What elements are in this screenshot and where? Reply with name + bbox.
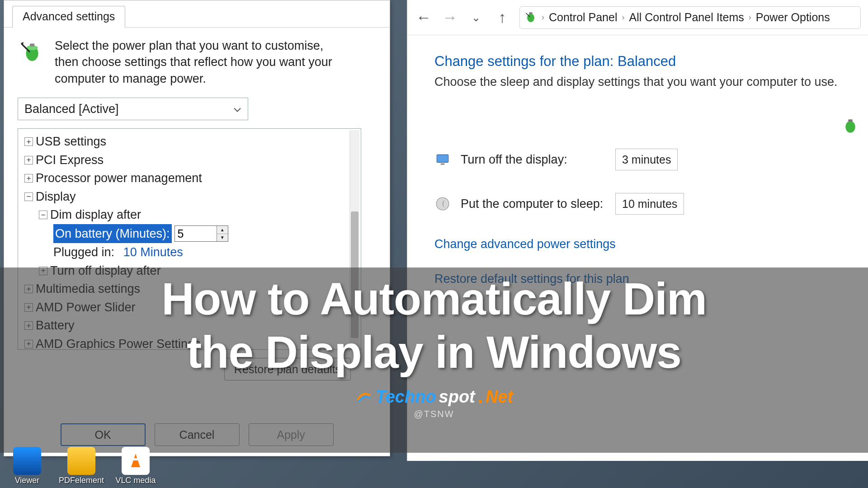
on-battery-label: On battery (Minutes): [53, 224, 172, 244]
tree-node-plugged-in[interactable]: Plugged in: 10 Minutes [23, 243, 356, 262]
svg-rect-1 [529, 12, 533, 14]
chevron-down-icon [233, 102, 241, 116]
tree-node-processor[interactable]: +Processor power management [23, 169, 356, 188]
svg-rect-5 [441, 164, 445, 165]
brand-text-spot: spot [439, 387, 475, 407]
svg-rect-3 [848, 119, 853, 122]
power-plan-dropdown[interactable]: Balanced [Active] [18, 98, 248, 120]
moon-icon [434, 196, 451, 212]
brand-text-techno: Techno [376, 387, 436, 407]
sleep-dropdown[interactable]: 10 minutes [615, 193, 684, 215]
overlay-title-line1: How to Automatically Dim [161, 272, 707, 325]
on-battery-input[interactable] [175, 226, 217, 241]
title-overlay: How to Automatically Dim the Display in … [0, 267, 868, 453]
brand-logo: Technospot.Net [355, 387, 513, 407]
page-title: Change settings for the plan: Balanced [434, 53, 863, 70]
intro-text: Select the power plan that you want to c… [55, 38, 344, 87]
breadcrumb-item[interactable]: Power Options [756, 11, 830, 24]
chevron-right-icon: › [540, 13, 546, 22]
expander-plus-icon[interactable]: + [24, 137, 33, 146]
desktop-icons: Viewer PDFelement VLC media [0, 444, 163, 488]
page-subtitle: Choose the sleep and display settings th… [434, 75, 863, 89]
turn-off-display-label: Turn off the display: [461, 153, 605, 167]
breadcrumb-item[interactable]: All Control Panel Items [629, 11, 744, 24]
sleep-label: Put the computer to sleep: [461, 197, 605, 211]
battery-icon [18, 38, 45, 87]
plugged-in-value[interactable]: 10 Minutes [123, 243, 183, 262]
spinner-up-icon[interactable]: ▲ [217, 226, 228, 234]
tree-node-on-battery[interactable]: On battery (Minutes): ▲ ▼ [23, 224, 356, 244]
chevron-right-icon: › [747, 13, 753, 22]
desktop-icon-viewer[interactable]: Viewer [9, 447, 45, 485]
desktop-icon-vlc[interactable]: VLC media [118, 447, 154, 485]
battery-column-icon [842, 116, 859, 135]
breadcrumb[interactable]: › Control Panel › All Control Panel Item… [519, 6, 861, 29]
expander-plus-icon[interactable]: + [24, 156, 33, 164]
tree-node-dim-after[interactable]: −Dim display after [23, 206, 356, 224]
svg-rect-9 [30, 43, 34, 46]
brand-swoosh-icon [355, 388, 373, 406]
chevron-right-icon: › [620, 13, 626, 22]
sleep-row: Put the computer to sleep: 10 minutes [434, 193, 863, 215]
monitor-icon [434, 151, 451, 168]
plugged-in-label: Plugged in: [53, 243, 114, 262]
desktop-icon-pdfelement[interactable]: PDFelement [63, 447, 99, 485]
expander-plus-icon[interactable]: + [24, 174, 33, 183]
tree-node-pci[interactable]: +PCI Express [23, 151, 356, 169]
tree-node-display[interactable]: −Display [23, 188, 356, 206]
svg-rect-11 [133, 458, 138, 460]
overlay-title-line2: the Display in Windows [187, 325, 681, 379]
nav-back-icon[interactable]: ← [415, 9, 433, 26]
turn-off-display-row: Turn off the display: 3 minutes [434, 149, 863, 170]
on-battery-spinner[interactable]: ▲ ▼ [175, 225, 228, 242]
tree-node-usb[interactable]: +USB settings [23, 132, 356, 151]
brand-handle: @TSNW [414, 409, 454, 419]
nav-forward-icon[interactable]: → [441, 9, 459, 26]
explorer-nav-bar: ← → ⌄ ↑ › Control Panel › All Control Pa… [407, 0, 868, 35]
breadcrumb-item[interactable]: Control Panel [549, 11, 617, 24]
svg-point-2 [845, 121, 855, 133]
tab-advanced-settings[interactable]: Advanced settings [12, 6, 125, 28]
tab-strip: Advanced settings [4, 0, 390, 28]
expander-minus-icon[interactable]: − [39, 211, 47, 219]
brand-text-net: Net [486, 387, 513, 407]
turn-off-display-dropdown[interactable]: 3 minutes [615, 149, 678, 170]
svg-rect-4 [437, 155, 448, 162]
nav-up-icon[interactable]: ↑ [493, 9, 511, 26]
expander-minus-icon[interactable]: − [24, 192, 33, 201]
change-advanced-link[interactable]: Change advanced power settings [434, 237, 863, 251]
brand-dot: . [478, 387, 483, 407]
battery-icon [524, 10, 537, 25]
spinner-down-icon[interactable]: ▼ [217, 234, 228, 242]
nav-recent-dropdown-icon[interactable]: ⌄ [467, 11, 485, 24]
